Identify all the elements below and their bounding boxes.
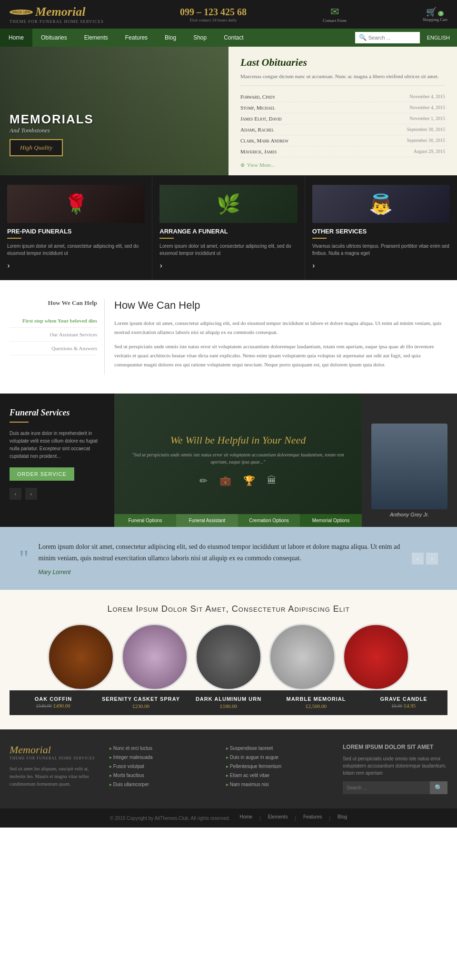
list-item[interactable]: Nam maximus nisi [226, 780, 328, 789]
footer-bottom-link-features[interactable]: Features [303, 814, 322, 822]
list-item[interactable]: Adams, Rachel September 30, 2015 [240, 124, 445, 135]
footer-link[interactable]: Nunc et orci luctus [113, 746, 152, 751]
shopping-cart-button[interactable]: 🛒 0 Shopping Cart [423, 7, 447, 22]
footer-link[interactable]: Integer malesuada [113, 755, 153, 760]
product-circle-urn[interactable] [195, 624, 262, 690]
footer-divider: | [295, 814, 296, 822]
funeral-next-button[interactable]: › [25, 488, 37, 500]
footer-search-button[interactable]: 🔍 [430, 781, 447, 794]
service-divider [7, 238, 21, 239]
footer-logo-name: Memorial [10, 744, 95, 756]
help-paragraph-2: Sed ut perspiciatis unde omnis iste natu… [114, 342, 447, 369]
list-item[interactable]: Duis in augue in augue [226, 753, 328, 762]
obituary-name: Adams, Rachel [240, 127, 274, 132]
nav-item-shop[interactable]: Shop [185, 29, 215, 47]
list-item[interactable]: Forward, Cindy November 4, 2015 [240, 91, 445, 102]
obituaries-list: Forward, Cindy November 4, 2015 Stomp, M… [240, 91, 445, 157]
footer-link[interactable]: Etiam ac velit vitae [230, 773, 269, 778]
funeral-icons-row: ✏ 💼 🏆 🏛 [199, 475, 277, 486]
order-service-button[interactable]: ORDER SERVICE [10, 467, 74, 481]
nav-item-elements[interactable]: Elements [76, 29, 117, 47]
footer-link[interactable]: Nam maximus nisi [230, 782, 269, 787]
service-arrow-other[interactable]: › [312, 261, 315, 271]
footer-newsletter: LOREM IPSUM DOLOR SIT AMET Sed ut perspi… [343, 744, 447, 794]
testimonial-prev-button[interactable]: ‹ [412, 553, 424, 565]
tab-memorial-options[interactable]: Memorial Options [300, 514, 362, 527]
sidebar-item-beloved[interactable]: First step when Your beloved dies [10, 314, 97, 328]
list-item[interactable]: Pellentesque fermentum [226, 762, 328, 771]
view-more-link[interactable]: ⊕ View More... [240, 162, 445, 168]
help-main-title: How We Can Help [114, 299, 447, 312]
footer-search-input[interactable] [343, 781, 430, 794]
product-label-urn[interactable]: DARK ALUMINUM URN £180.00 [185, 690, 272, 715]
list-item[interactable]: Maverick, James August 29, 2015 [240, 146, 445, 157]
obituary-name: James Eliot, David [240, 116, 282, 121]
products-section: Lorem Ipsum Dolor Sit Amet, Consectetur … [0, 590, 457, 729]
list-item[interactable]: Nunc et orci luctus [109, 744, 212, 753]
footer-search-bar[interactable]: 🔍 [343, 781, 447, 794]
hero-title: MEMORIALS [10, 112, 94, 127]
nav-item-blog[interactable]: Blog [156, 29, 185, 47]
list-item[interactable]: Morbi faucibus [109, 771, 212, 780]
footer-link[interactable]: Morbi faucibus [113, 773, 144, 778]
service-image-prepaid: 🌹 [7, 185, 145, 223]
help-sidebar: How We Can Help First step when Your bel… [10, 299, 105, 374]
footer-bottom-link-elements[interactable]: Elements [268, 814, 288, 822]
product-label-candle[interactable]: GRAVE CANDLE £6.00 £4.95 [360, 690, 447, 715]
nav-item-obituaries[interactable]: Obituaries [32, 29, 76, 47]
product-price-new-coffin: £490.00 [53, 703, 70, 708]
tab-funeral-assistant[interactable]: Funeral Assistant [176, 514, 238, 527]
contact-form-button[interactable]: ✉ Contact Form [323, 6, 347, 23]
footer-about-text: Sed sit amet leo aliquam, suscipit velit… [10, 765, 95, 788]
testimonial-next-button[interactable]: › [426, 553, 438, 565]
funeral-tabs: Funeral Options Funeral Assistant Cremat… [114, 514, 362, 527]
funeral-divider [10, 422, 29, 423]
nav-item-contact[interactable]: Contact [215, 29, 252, 47]
list-item[interactable]: Duis ullamcorper [109, 780, 212, 789]
product-circle-candle[interactable] [343, 624, 409, 690]
search-bar[interactable]: 🔍 [355, 32, 420, 43]
sidebar-item-questions[interactable]: Questions & Answers [10, 342, 97, 355]
footer-link[interactable]: Pellentesque fermentum [230, 764, 281, 769]
list-item[interactable]: Integer malesuada [109, 753, 212, 762]
hero-button[interactable]: High Quality [10, 139, 63, 156]
footer-link[interactable]: Duis in augue in augue [230, 755, 278, 760]
service-arrow-arrange[interactable]: › [159, 261, 162, 271]
funeral-center-panel: We Will be Helpful in Your Need "Sed ut … [114, 394, 362, 527]
funeral-prev-button[interactable]: ‹ [10, 488, 21, 500]
tab-cremation-options[interactable]: Cremation Options [238, 514, 300, 527]
footer-link[interactable]: Fusce volutpat [113, 764, 144, 769]
product-label-memorial[interactable]: MARBLE MEMORIAL £2,500.00 [272, 690, 360, 715]
tab-funeral-options[interactable]: Funeral Options [114, 514, 176, 527]
language-selector[interactable]: ENGLISH [420, 29, 457, 46]
list-item[interactable]: Fusce volutpat [109, 762, 212, 771]
footer-link[interactable]: Duis ullamcorper [113, 782, 149, 787]
product-circle-memorial[interactable] [269, 624, 336, 690]
list-item[interactable]: Stomp, Michael November 4, 2015 [240, 102, 445, 113]
trophy-icon[interactable]: 🏆 [243, 475, 255, 486]
newsletter-title: LOREM IPSUM DOLOR SIT AMET [343, 744, 447, 750]
service-arrow-prepaid[interactable]: › [7, 261, 10, 271]
product-price-urn: £180.00 [189, 703, 268, 709]
product-circle-spray[interactable] [121, 624, 188, 690]
nav-item-home[interactable]: Home [0, 29, 32, 47]
service-text-other: Vivamus iaculis ultrices tempus. Praesen… [312, 242, 450, 257]
product-circle-coffin[interactable] [48, 624, 114, 690]
memorial-icon[interactable]: 🏛 [267, 475, 277, 486]
edit-icon[interactable]: ✏ [199, 475, 208, 486]
list-item[interactable]: James Eliot, David November 1, 2015 [240, 113, 445, 124]
list-item[interactable]: Suspendisse laoreet [226, 744, 328, 753]
product-price-old-candle: £6.00 [392, 703, 403, 708]
list-item[interactable]: Etiam ac velit vitae [226, 771, 328, 780]
footer-bottom-link-home[interactable]: Home [239, 814, 252, 822]
nav-item-features[interactable]: Features [117, 29, 156, 47]
sidebar-item-assistant[interactable]: Our Assistant Services [10, 328, 97, 342]
search-input[interactable] [368, 35, 416, 40]
briefcase-icon[interactable]: 💼 [219, 475, 231, 486]
product-label-spray[interactable]: SERENITY CASKET SPRAY £230.00 [97, 690, 185, 715]
list-item[interactable]: Clark, Mark Andrew September 30, 2015 [240, 135, 445, 146]
footer-bottom-link-blog[interactable]: Blog [338, 814, 347, 822]
footer-link[interactable]: Suspendisse laoreet [230, 746, 273, 751]
product-label-coffin[interactable]: OAK COFFIN £546.00 £490.00 [10, 690, 97, 715]
phone-subtitle: First contact 24 hours daily [180, 18, 247, 22]
